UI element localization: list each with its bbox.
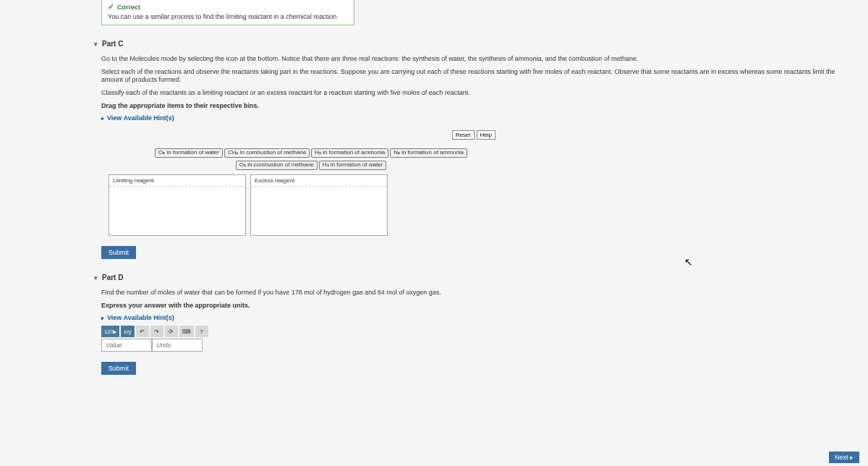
undo-button[interactable]: ↶ — [136, 326, 149, 337]
chip-o2-methane[interactable]: O₂ in combustion of methane — [236, 161, 318, 170]
help-button[interactable]: Help — [477, 130, 495, 140]
answer-toolbar: 123▸ x/y ↶ ↷ ⟳ ⌨ ? — [101, 326, 854, 337]
hint-feedback-text: You can use a similar process to find th… — [108, 13, 348, 20]
part-d-content: Find the number of moles of water that c… — [101, 289, 854, 375]
previous-hint-feedback: ✓ Correct You can use a similar process … — [101, 0, 354, 25]
help-input-button[interactable]: ? — [195, 326, 208, 337]
reset-button[interactable]: Reset — [452, 130, 475, 140]
chip-ch4-methane[interactable]: CH₄ in combustion of methane — [224, 148, 310, 158]
keyboard-button[interactable]: ⌨ — [179, 326, 194, 337]
part-c-header[interactable]: ▾ Part C — [94, 40, 868, 48]
numeric-mode-button[interactable]: 123▸ — [101, 326, 119, 337]
submit-button-d[interactable]: Submit — [101, 362, 136, 375]
part-c-content: Go to the Molecules mode by selecting th… — [101, 55, 854, 259]
reset-input-button[interactable]: ⟳ — [165, 326, 178, 337]
part-c-instruction-4: Drag the appropriate items to their resp… — [101, 102, 854, 111]
bin-excess-label: Excess reagent — [251, 175, 387, 187]
triangle-right-icon: ▸ — [101, 115, 104, 122]
part-c-title: Part C — [102, 40, 123, 48]
view-hints-link-c[interactable]: ▸ View Available Hint(s) — [101, 114, 854, 122]
view-hints-link-d[interactable]: ▸ View Available Hint(s) — [101, 314, 854, 321]
chips-row-1: O₂ in formation of water CH₄ in combusti… — [109, 148, 514, 158]
part-c-instruction-2: Select each of the reactions and observe… — [101, 68, 854, 85]
bin-limiting[interactable]: Limiting reagent — [109, 174, 246, 236]
bin-excess[interactable]: Excess reagent — [250, 174, 388, 236]
bin-limiting-label: Limiting reagent — [109, 175, 245, 187]
part-d-title: Part D — [102, 274, 123, 281]
chip-n2-ammonia[interactable]: N₂ in formation of ammonia — [390, 148, 467, 158]
chip-h2-ammonia[interactable]: H₂ in formation of ammonia — [311, 148, 388, 158]
part-d-instruction-1: Find the number of moles of water that c… — [101, 289, 854, 297]
redo-button[interactable]: ↷ — [150, 326, 163, 337]
widget-toolbar: Reset Help — [109, 130, 495, 140]
chevron-down-icon[interactable]: ▾ — [94, 41, 98, 48]
bins-container: Limiting reagent Excess reagent — [109, 174, 514, 236]
chip-h2-water[interactable]: H₂ in formation of water — [319, 161, 386, 170]
part-d-header[interactable]: ▾ Part D — [94, 274, 868, 281]
correct-label: Correct — [117, 4, 140, 11]
chevron-down-icon[interactable]: ▾ — [94, 274, 98, 281]
units-input[interactable] — [152, 339, 203, 352]
chips-row-2: O₂ in combustion of methane H₂ in format… — [109, 161, 514, 170]
fraction-button[interactable]: x/y — [121, 326, 134, 337]
value-input[interactable] — [101, 339, 152, 352]
answer-inputs — [101, 339, 854, 352]
classification-widget: Reset Help O₂ in formation of water CH₄ … — [109, 130, 514, 236]
correct-indicator: ✓ Correct — [108, 2, 348, 12]
part-c-instruction-3: Classify each of the reactants as a limi… — [101, 89, 854, 98]
chip-o2-water[interactable]: O₂ in formation of water — [155, 148, 223, 158]
part-d-instruction-2: Express your answer with the appropriate… — [101, 302, 854, 310]
check-icon: ✓ — [108, 2, 114, 12]
triangle-right-icon: ▸ — [101, 315, 104, 321]
next-button[interactable]: Next ▸ — [829, 452, 859, 463]
submit-button-c[interactable]: Submit — [101, 246, 136, 259]
part-c-instruction-1: Go to the Molecules mode by selecting th… — [101, 55, 854, 64]
